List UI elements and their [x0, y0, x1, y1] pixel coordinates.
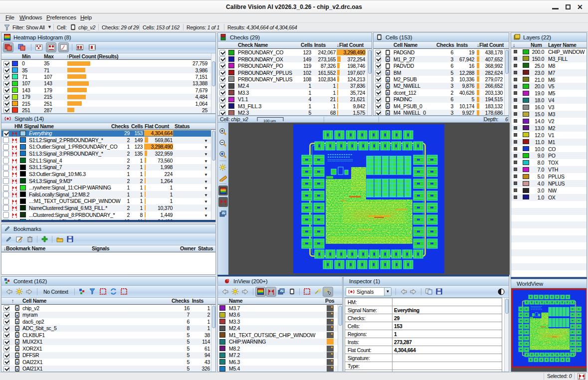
svg-text:100 um: 100 um — [263, 119, 276, 123]
